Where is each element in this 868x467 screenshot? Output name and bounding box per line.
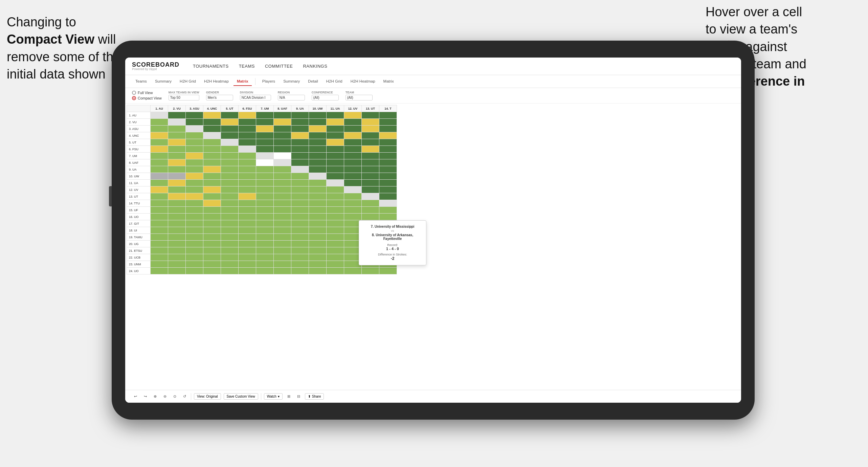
matrix-cell[interactable] [327,214,344,220]
matrix-cell[interactable] [239,247,256,254]
matrix-cell[interactable] [239,220,256,227]
matrix-cell[interactable] [203,119,221,126]
share-button[interactable]: ⬆ Share [305,393,324,400]
matrix-cell[interactable] [239,166,256,173]
matrix-cell[interactable] [309,126,327,132]
matrix-cell[interactable] [344,153,362,159]
matrix-cell[interactable] [239,207,256,214]
matrix-cell[interactable] [309,261,327,268]
tab-h2h-heatmap[interactable]: H2H Heatmap [201,77,232,86]
matrix-cell[interactable] [274,159,291,166]
matrix-cell[interactable] [221,227,239,234]
matrix-cell[interactable] [239,186,256,193]
matrix-cell[interactable] [221,261,239,268]
matrix-cell[interactable] [221,268,239,274]
matrix-cell[interactable] [379,139,397,146]
matrix-cell[interactable] [256,180,274,186]
matrix-cell[interactable] [291,166,309,173]
matrix-cell[interactable] [239,173,256,180]
matrix-cell[interactable] [379,146,397,153]
matrix-cell[interactable] [151,112,168,119]
full-view-option[interactable]: Full View [132,91,162,95]
matrix-cell[interactable] [291,200,309,207]
matrix-cell[interactable] [203,247,221,254]
matrix-cell[interactable] [362,200,379,207]
matrix-cell[interactable] [186,132,203,139]
gender-select[interactable]: Men's [206,95,233,101]
matrix-cell[interactable] [151,173,168,180]
matrix-cell[interactable] [291,207,309,214]
matrix-cell[interactable] [274,207,291,214]
matrix-cell[interactable] [274,247,291,254]
matrix-cell[interactable] [203,268,221,274]
matrix-cell[interactable] [379,193,397,200]
matrix-cell[interactable] [168,261,186,268]
matrix-cell[interactable] [168,159,186,166]
matrix-cell[interactable] [151,207,168,214]
matrix-cell[interactable] [256,207,274,214]
matrix-cell[interactable] [168,254,186,261]
matrix-cell[interactable] [151,214,168,220]
matrix-cell[interactable] [344,112,362,119]
matrix-cell[interactable] [256,126,274,132]
matrix-cell[interactable] [168,214,186,220]
matrix-cell[interactable] [291,254,309,261]
matrix-cell[interactable] [239,119,256,126]
tab-matrix[interactable]: Matrix [233,77,252,86]
matrix-cell[interactable] [274,119,291,126]
matrix-cell[interactable] [186,227,203,234]
matrix-cell[interactable] [203,200,221,207]
matrix-cell[interactable] [203,227,221,234]
matrix-cell[interactable] [274,261,291,268]
matrix-cell[interactable] [151,193,168,200]
matrix-cell[interactable] [151,261,168,268]
matrix-cell[interactable] [291,193,309,200]
matrix-cell[interactable] [379,153,397,159]
matrix-cell[interactable] [291,214,309,220]
matrix-cell[interactable] [168,241,186,247]
matrix-cell[interactable] [221,159,239,166]
matrix-cell[interactable] [362,146,379,153]
matrix-cell[interactable] [344,180,362,186]
matrix-cell[interactable] [151,268,168,274]
matrix-cell[interactable] [362,139,379,146]
tab-players[interactable]: Players [259,77,279,86]
matrix-cell[interactable] [344,139,362,146]
matrix-cell[interactable] [203,153,221,159]
save-custom-button[interactable]: Save Custom View [224,393,258,400]
tab-h2h-grid[interactable]: H2H Grid [176,77,199,86]
matrix-cell[interactable] [344,126,362,132]
toolbar-icon2[interactable]: ⊖ [161,393,169,400]
matrix-cell[interactable] [327,241,344,247]
matrix-cell[interactable] [256,153,274,159]
matrix-cell[interactable] [327,193,344,200]
matrix-cell[interactable] [186,214,203,220]
tab-summary[interactable]: Summary [152,77,175,86]
matrix-cell[interactable] [309,112,327,119]
matrix-cell[interactable] [309,200,327,207]
matrix-cell[interactable] [203,207,221,214]
matrix-cell[interactable] [239,112,256,119]
redo-button[interactable]: ↪ [142,393,149,400]
matrix-cell[interactable] [186,220,203,227]
matrix-cell[interactable] [327,186,344,193]
matrix-cell[interactable] [239,241,256,247]
matrix-cell[interactable] [327,200,344,207]
matrix-cell[interactable] [168,220,186,227]
matrix-cell[interactable] [151,126,168,132]
matrix-cell[interactable] [221,193,239,200]
matrix-cell[interactable] [151,159,168,166]
matrix-cell[interactable] [309,227,327,234]
matrix-cell[interactable] [151,227,168,234]
matrix-cell[interactable] [309,254,327,261]
matrix-cell[interactable] [362,153,379,159]
matrix-cell[interactable] [309,268,327,274]
matrix-cell[interactable] [221,207,239,214]
matrix-cell[interactable] [221,126,239,132]
matrix-cell[interactable] [239,159,256,166]
matrix-cell[interactable] [291,126,309,132]
matrix-cell[interactable] [309,166,327,173]
matrix-cell[interactable] [186,247,203,254]
matrix-cell[interactable] [309,241,327,247]
matrix-cell[interactable] [168,207,186,214]
